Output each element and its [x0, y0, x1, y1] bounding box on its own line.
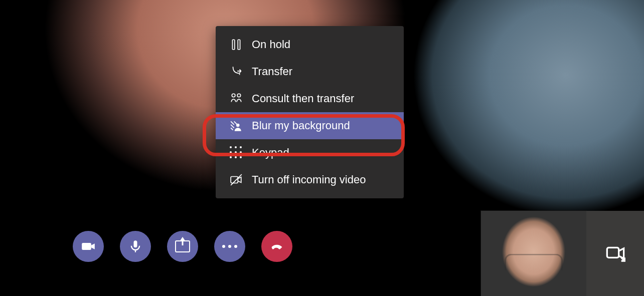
consult-transfer-icon	[230, 92, 243, 105]
svg-point-2	[232, 94, 235, 97]
svg-line-6	[231, 174, 242, 185]
camera-button[interactable]	[73, 231, 104, 262]
keypad-icon	[230, 146, 243, 159]
pip-popout-button[interactable]	[586, 211, 644, 296]
svg-rect-0	[232, 40, 234, 50]
call-toolbar	[73, 231, 292, 262]
video-off-icon	[230, 173, 243, 186]
menu-item-consult-transfer[interactable]: Consult then transfer	[216, 85, 404, 112]
menu-item-label: Blur my background	[252, 119, 350, 132]
pause-icon	[230, 38, 243, 51]
share-screen-button[interactable]	[167, 231, 198, 262]
menu-item-label: Consult then transfer	[252, 92, 354, 105]
more-actions-menu: On hold Transfer Consult then transfer B…	[216, 26, 404, 198]
blur-background-icon	[230, 119, 243, 132]
ellipsis-icon	[222, 245, 237, 248]
transfer-icon	[230, 65, 243, 78]
popout-video-icon	[605, 243, 625, 263]
menu-item-label: Transfer	[252, 65, 292, 78]
svg-point-3	[237, 94, 241, 97]
share-screen-icon	[175, 240, 190, 252]
menu-item-blur-background[interactable]: Blur my background	[216, 112, 404, 139]
menu-item-transfer[interactable]: Transfer	[216, 58, 404, 85]
more-actions-button[interactable]	[214, 231, 245, 262]
svg-rect-7	[134, 240, 137, 247]
microphone-button[interactable]	[120, 231, 151, 262]
svg-rect-9	[607, 247, 618, 257]
menu-item-label: On hold	[252, 38, 290, 51]
menu-item-keypad[interactable]: Keypad	[216, 139, 404, 166]
menu-item-turn-off-incoming-video[interactable]: Turn off incoming video	[216, 166, 404, 193]
svg-rect-1	[238, 40, 240, 50]
hangup-button[interactable]	[261, 231, 292, 262]
svg-point-4	[236, 124, 240, 127]
menu-item-label: Turn off incoming video	[252, 173, 366, 186]
menu-item-on-hold[interactable]: On hold	[216, 31, 404, 58]
self-view-video[interactable]	[481, 211, 586, 296]
menu-item-label: Keypad	[252, 146, 289, 159]
